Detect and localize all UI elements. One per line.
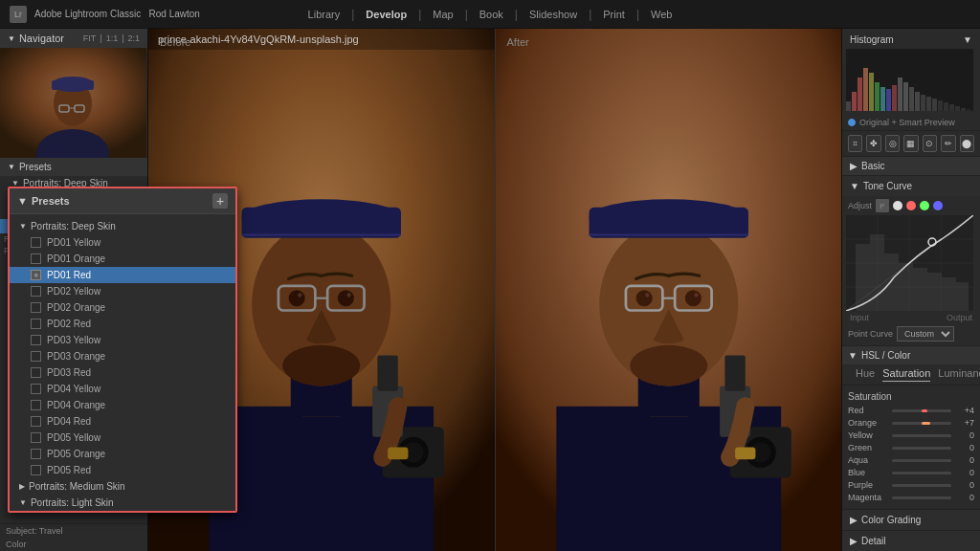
svg-point-20: [338, 290, 354, 306]
nav-print[interactable]: Print: [593, 5, 635, 24]
svg-rect-60: [875, 82, 880, 111]
svg-point-21: [298, 293, 301, 297]
tool-brush[interactable]: ✏: [941, 135, 955, 152]
fp-item-pd01-yellow[interactable]: PD01 Yellow: [10, 234, 235, 251]
zoom-2to1[interactable]: 2:1: [127, 33, 140, 43]
tc-color-blue[interactable]: [933, 201, 943, 210]
hsl-header[interactable]: ▼ HSL / Color: [842, 346, 980, 364]
fp-item-pd02-orange[interactable]: PD02 Orange: [10, 299, 235, 316]
svg-rect-91: [956, 282, 969, 311]
hsl-section-label: Saturation: [848, 389, 974, 406]
fp-item-pd03-red[interactable]: PD03 Red: [10, 364, 235, 381]
presets-sidebar-header[interactable]: ▼ Presets: [0, 158, 147, 176]
svg-rect-29: [377, 355, 397, 390]
navigator-portrait-svg: [0, 48, 146, 158]
zoom-fit[interactable]: FIT: [83, 33, 97, 43]
images-area: prince-akachi-4Yv84VgQkRM-unsplash.jpg B…: [148, 29, 841, 551]
fp-item-pd01-orange[interactable]: PD01 Orange: [10, 251, 235, 267]
navigator-header[interactable]: ▼ Navigator FIT | 1:1 | 2:1: [0, 29, 147, 48]
floating-presets-panel: ▼ Presets + ▼ Portraits: Deep Skin PD01 …: [8, 187, 237, 513]
svg-point-45: [694, 293, 698, 297]
tc-mode-parametric[interactable]: P: [876, 199, 889, 212]
add-preset-button[interactable]: +: [212, 193, 228, 209]
tc-color-white[interactable]: [893, 201, 902, 210]
svg-rect-30: [388, 447, 408, 459]
fp-group-deep-skin[interactable]: ▼ Portraits: Deep Skin: [10, 218, 235, 234]
zoom-1to1[interactable]: 1:1: [106, 33, 119, 43]
svg-rect-56: [852, 92, 857, 111]
nav-library[interactable]: Library: [299, 5, 350, 24]
fp-item-pd03-yellow[interactable]: PD03 Yellow: [10, 332, 235, 348]
nav-book[interactable]: Book: [470, 5, 513, 24]
after-photo: [496, 29, 842, 551]
fp-item-pd03-orange[interactable]: PD03 Orange: [10, 348, 235, 364]
fp-group-medium-skin-label: Portraits: Medium Skin: [29, 481, 125, 492]
svg-point-19: [289, 290, 305, 306]
fp-item-pd04-yellow[interactable]: PD04 Yellow: [10, 381, 235, 397]
nav-slideshow[interactable]: Slideshow: [520, 5, 587, 24]
tone-curve-header[interactable]: ▼ Tone Curve: [842, 176, 980, 196]
tc-color-green[interactable]: [920, 201, 929, 210]
floating-presets-header[interactable]: ▼ Presets +: [10, 188, 235, 214]
original-radio[interactable]: [848, 119, 856, 126]
detail-label: Detail: [861, 536, 886, 546]
svg-rect-89: [927, 273, 942, 311]
svg-rect-38: [589, 208, 747, 238]
tool-heal[interactable]: ✤: [866, 135, 880, 152]
hsl-tab-luminance[interactable]: Luminance: [938, 367, 980, 382]
histogram-canvas: [846, 49, 973, 111]
nav-map[interactable]: Map: [423, 5, 462, 24]
fp-item-pd02-red[interactable]: PD02 Red: [10, 316, 235, 332]
app-title: Adobe Lightroom Classic Rod Lawton: [34, 9, 200, 19]
svg-point-43: [684, 290, 701, 306]
fp-group-medium-skin[interactable]: ▶ Portraits: Medium Skin: [10, 478, 235, 495]
fp-item-pd04-red[interactable]: PD04 Red: [10, 413, 235, 430]
tool-crop[interactable]: ⌗: [848, 135, 862, 152]
hsl-title: HSL / Color: [861, 350, 910, 361]
svg-rect-15: [242, 208, 401, 238]
point-curve-select[interactable]: Custom: [897, 326, 954, 342]
hsl-tab-hue[interactable]: Hue: [856, 367, 875, 382]
svg-point-42: [635, 290, 652, 306]
hsl-section: ▼ HSL / Color Hue Saturation Luminance A…: [842, 345, 980, 509]
hsl-content: Saturation Red +4 Orange +7: [842, 386, 980, 509]
svg-rect-73: [949, 104, 954, 111]
tool-grad[interactable]: ▦: [903, 135, 918, 152]
svg-rect-86: [884, 253, 899, 311]
fp-item-pd05-red[interactable]: PD05 Red: [10, 462, 235, 478]
center-area: prince-akachi-4Yv84VgQkRM-unsplash.jpg B…: [148, 29, 841, 551]
svg-point-24: [282, 345, 360, 386]
hsl-row-yellow: Yellow 0: [848, 430, 974, 440]
nav-develop[interactable]: Develop: [356, 5, 416, 24]
svg-rect-55: [846, 101, 851, 111]
fp-item-pd02-yellow[interactable]: PD02 Yellow: [10, 283, 235, 299]
svg-rect-75: [961, 108, 966, 111]
tc-adjust-label: Adjust: [848, 201, 872, 210]
svg-rect-69: [926, 97, 931, 111]
tool-redeye[interactable]: ◎: [885, 135, 900, 152]
navigator-thumb: [0, 48, 146, 158]
svg-rect-72: [944, 102, 948, 111]
nav-web[interactable]: Web: [641, 5, 681, 24]
fp-item-pd04-orange[interactable]: PD04 Orange: [10, 397, 235, 413]
tool-radial[interactable]: ⊙: [923, 135, 937, 152]
navigator-zoom-controls: FIT | 1:1 | 2:1: [83, 33, 140, 43]
smart-preview-label: Original + Smart Preview: [859, 118, 955, 127]
fp-item-pd05-orange[interactable]: PD05 Orange: [10, 446, 235, 462]
svg-rect-71: [938, 100, 943, 111]
fp-group-light-skin[interactable]: ▼ Portraits: Light Skin: [10, 495, 235, 511]
fp-item-pd01-red[interactable]: ■ PD01 Red: [10, 267, 235, 283]
hsl-tabs: Hue Saturation Luminance All: [842, 364, 980, 386]
tool-range[interactable]: ⬤: [960, 135, 974, 152]
detail-header[interactable]: ▶ Detail: [842, 531, 980, 551]
color-grading-header[interactable]: ▶ Color Grading: [842, 510, 980, 530]
svg-rect-61: [880, 87, 885, 111]
fp-item-pd05-yellow[interactable]: PD05 Yellow: [10, 430, 235, 446]
fp-group-light-skin-label: Portraits: Light Skin: [31, 497, 114, 508]
hsl-tab-saturation[interactable]: Saturation: [882, 367, 930, 382]
histogram-svg: [846, 49, 973, 111]
histogram-header[interactable]: Histogram ▼: [846, 33, 976, 49]
tc-color-red[interactable]: [906, 201, 916, 210]
basic-section-header[interactable]: ▶ Basic: [842, 157, 980, 175]
tone-curve-section: ▼ Tone Curve Adjust P: [842, 175, 980, 345]
